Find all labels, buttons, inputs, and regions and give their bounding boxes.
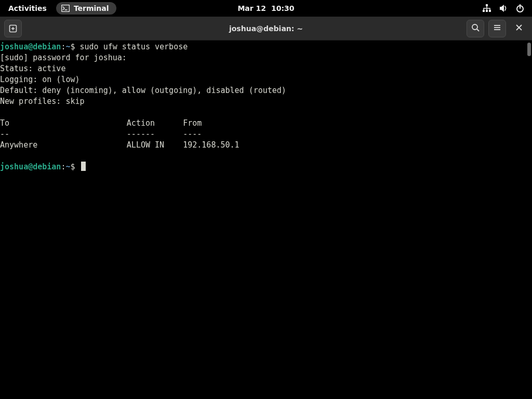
active-app-label: Terminal [74, 4, 109, 12]
prompt-user-host: joshua@debian [0, 42, 61, 51]
window-title: joshua@debian: ~ [229, 24, 303, 33]
terminal-viewport: joshua@debian:~$ sudo ufw status verbose… [0, 41, 532, 399]
output-line: New profiles: skip [0, 96, 526, 107]
new-tab-button[interactable] [4, 20, 22, 37]
date-label: Mar 12 [237, 4, 266, 12]
activities-button[interactable]: Activities [4, 2, 51, 15]
svg-rect-3 [483, 10, 485, 12]
gnome-topbar: Activities Terminal Mar 12 10:30 [0, 0, 532, 17]
close-icon [515, 23, 523, 33]
svg-point-11 [472, 24, 477, 30]
svg-line-12 [477, 29, 479, 31]
power-icon[interactable] [515, 4, 525, 13]
output-line [0, 107, 526, 118]
active-app-pill[interactable]: Terminal [56, 2, 116, 15]
output-line: To Action From [0, 118, 526, 129]
hamburger-icon [493, 23, 501, 34]
output-line: Default: deny (incoming), allow (outgoin… [0, 85, 526, 96]
clock[interactable]: Mar 12 10:30 [237, 4, 294, 12]
network-icon[interactable] [482, 4, 491, 13]
search-icon [471, 23, 480, 34]
terminal[interactable]: joshua@debian:~$ sudo ufw status verbose… [0, 41, 526, 399]
svg-rect-5 [489, 10, 491, 12]
volume-icon[interactable] [499, 4, 508, 13]
cursor [81, 162, 86, 171]
output-line: Logging: on (low) [0, 74, 526, 85]
output-line [0, 151, 526, 162]
scroll-thumb[interactable] [527, 43, 531, 56]
terminal-icon [61, 5, 70, 12]
search-button[interactable] [467, 20, 484, 37]
prompt-symbol: $ [70, 42, 75, 51]
svg-rect-4 [486, 10, 488, 12]
svg-rect-0 [61, 5, 69, 12]
window-titlebar: joshua@debian: ~ [0, 17, 532, 41]
svg-rect-2 [486, 4, 488, 6]
menu-button[interactable] [488, 20, 506, 37]
prompt-symbol: $ [70, 162, 75, 171]
output-line: [sudo] password for joshua: [0, 52, 526, 63]
output-line: -- ------ ---- [0, 129, 526, 140]
output-line: Status: active [0, 63, 526, 74]
output-line: Anywhere ALLOW IN 192.168.50.1 [0, 140, 526, 151]
close-button[interactable] [510, 20, 528, 37]
command-text: sudo ufw status verbose [75, 42, 188, 51]
scrollbar[interactable] [526, 41, 532, 399]
time-label: 10:30 [271, 4, 295, 12]
prompt-user-host: joshua@debian [0, 162, 61, 171]
